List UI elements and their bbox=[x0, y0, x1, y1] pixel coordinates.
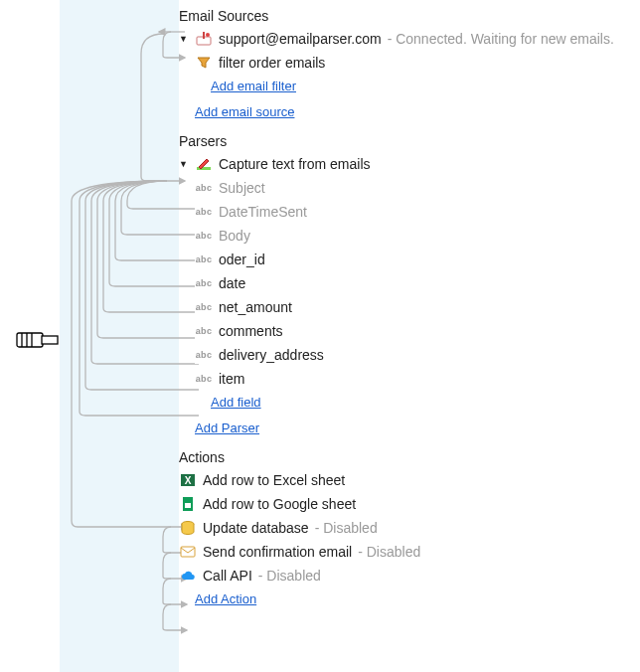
action-label: Update database bbox=[203, 520, 309, 536]
highlighter-icon bbox=[195, 155, 213, 173]
parser-field-label: delivery_address bbox=[219, 347, 324, 363]
add-field-link[interactable]: Add field bbox=[211, 395, 261, 410]
add-parser-link[interactable]: Add Parser bbox=[195, 420, 259, 435]
email-filter-item[interactable]: filter order emails bbox=[179, 51, 640, 75]
action-item[interactable]: Send confirmation email - Disabled bbox=[179, 540, 640, 564]
parser-field-item[interactable]: abcBody bbox=[179, 224, 640, 248]
parser-field-label: item bbox=[219, 371, 244, 387]
svg-rect-1 bbox=[42, 336, 58, 344]
parser-field-label: Body bbox=[219, 228, 250, 244]
parser-field-label: net_amount bbox=[219, 299, 292, 315]
parser-field-item[interactable]: abcDateTimeSent bbox=[179, 200, 640, 224]
email-source-status: - Connected. Waiting for new emails. bbox=[388, 31, 614, 47]
action-item[interactable]: Update database - Disabled bbox=[179, 516, 640, 540]
email-filter-label: filter order emails bbox=[219, 55, 325, 71]
abc-icon: abc bbox=[195, 298, 213, 316]
svg-rect-6 bbox=[203, 32, 205, 39]
action-status: - Disabled bbox=[358, 544, 420, 560]
svg-point-7 bbox=[206, 33, 210, 37]
parser-field-item[interactable]: abcSubject bbox=[179, 176, 640, 200]
chevron-down-icon[interactable]: ▼ bbox=[179, 34, 189, 44]
action-icon: X bbox=[179, 471, 197, 489]
email-source-label: support@emailparser.com bbox=[219, 31, 382, 47]
parser-field-label: oder_id bbox=[219, 252, 265, 267]
abc-icon: abc bbox=[195, 274, 213, 292]
parser-field-label: DateTimeSent bbox=[219, 204, 307, 220]
abc-icon: abc bbox=[195, 251, 213, 268]
parser-field-item[interactable]: abccomments bbox=[179, 319, 640, 343]
abc-icon: abc bbox=[195, 179, 213, 197]
action-icon bbox=[179, 567, 197, 585]
svg-rect-0 bbox=[17, 333, 43, 347]
add-action-link[interactable]: Add Action bbox=[195, 591, 256, 606]
section-title-email-sources: Email Sources bbox=[179, 8, 640, 24]
parser-field-item[interactable]: abcitem bbox=[179, 367, 640, 391]
parser-field-item[interactable]: abcdate bbox=[179, 271, 640, 295]
abc-icon: abc bbox=[195, 203, 213, 221]
mailbox-icon bbox=[195, 30, 213, 48]
action-icon bbox=[179, 519, 197, 537]
svg-text:X: X bbox=[185, 475, 192, 486]
action-item[interactable]: XAdd row to Excel sheet bbox=[179, 468, 640, 492]
section-title-parsers: Parsers bbox=[179, 133, 640, 149]
action-status: - Disabled bbox=[258, 568, 321, 584]
filter-icon bbox=[195, 54, 213, 72]
pointer-hand-icon bbox=[16, 324, 60, 359]
action-item[interactable]: Add row to Google sheet bbox=[179, 492, 640, 516]
abc-icon: abc bbox=[195, 227, 213, 245]
parser-field-item[interactable]: abcoder_id bbox=[179, 248, 640, 271]
parser-label: Capture text from emails bbox=[219, 156, 371, 172]
add-email-source-link[interactable]: Add email source bbox=[195, 104, 294, 119]
email-source-item[interactable]: ▼ support@emailparser.com - Connected. W… bbox=[179, 27, 640, 51]
action-label: Send confirmation email bbox=[203, 544, 352, 560]
parser-field-label: Subject bbox=[219, 180, 265, 196]
parser-field-label: date bbox=[219, 275, 245, 291]
chevron-down-icon[interactable]: ▼ bbox=[179, 159, 189, 169]
action-label: Add row to Google sheet bbox=[203, 496, 356, 512]
parser-item[interactable]: ▼ Capture text from emails bbox=[179, 152, 640, 176]
action-item[interactable]: Call API - Disabled bbox=[179, 564, 640, 588]
abc-icon: abc bbox=[195, 322, 213, 340]
abc-icon: abc bbox=[195, 370, 213, 388]
svg-rect-12 bbox=[185, 503, 191, 508]
add-email-filter-link[interactable]: Add email filter bbox=[211, 79, 296, 93]
action-icon bbox=[179, 495, 197, 513]
action-label: Call API bbox=[203, 568, 252, 584]
action-status: - Disabled bbox=[315, 520, 378, 536]
parser-field-label: comments bbox=[219, 323, 283, 339]
action-label: Add row to Excel sheet bbox=[203, 472, 345, 488]
action-icon bbox=[179, 543, 197, 561]
parser-field-item[interactable]: abcdelivery_address bbox=[179, 343, 640, 367]
abc-icon: abc bbox=[195, 346, 213, 364]
section-title-actions: Actions bbox=[179, 449, 640, 465]
parser-field-item[interactable]: abcnet_amount bbox=[179, 295, 640, 319]
svg-rect-14 bbox=[181, 547, 195, 557]
